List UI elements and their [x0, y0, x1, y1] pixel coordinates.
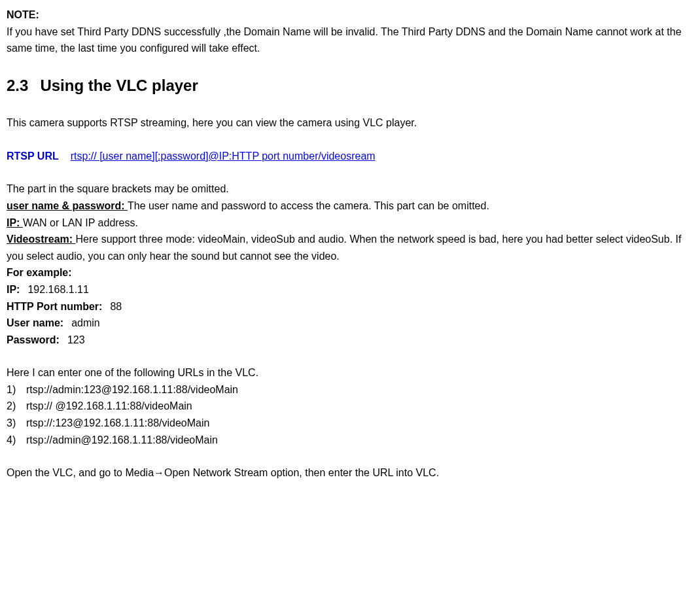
section-heading: 2.3Using the VLC player [7, 73, 693, 98]
list-num: 3) [7, 415, 26, 432]
rtsp-line: RTSP URLrtsp:// [user name][:password]@I… [7, 148, 693, 165]
example-pass-label: Password: [7, 334, 60, 345]
example-heading: For example: [7, 264, 693, 281]
list-item: 4)rtsp://admin@192.168.1.11:88/videoMain [7, 432, 693, 449]
rtsp-url-label: RTSP URL [7, 150, 59, 162]
rtsp-url-link[interactable]: rtsp:// [user name][:password]@IP:HTTP p… [71, 150, 376, 162]
example-user: User name:admin [7, 315, 693, 332]
note-text: If you have set Third Party DDNS success… [7, 24, 693, 57]
intro-text: This camera supports RTSP streaming, her… [7, 114, 693, 131]
list-num: 2) [7, 398, 26, 415]
example-port-val: 88 [110, 301, 122, 312]
def-user-text: The user name and password to access the… [128, 200, 489, 211]
note-label: NOTE: [7, 7, 693, 24]
example-port: HTTP Port number:88 [7, 298, 693, 315]
note-block: NOTE: If you have set Third Party DDNS s… [7, 7, 693, 57]
def-ip-label: IP: [7, 217, 23, 228]
def-video: Videostream: Here support three mode: vi… [7, 231, 693, 264]
list-text: rtsp:// @192.168.1.11:88/videoMain [26, 398, 192, 415]
def-video-label: Videostream: [7, 234, 76, 245]
list-num: 4) [7, 432, 26, 449]
list-text: rtsp://:123@192.168.1.11:88/videoMain [26, 415, 209, 432]
example-port-label: HTTP Port number: [7, 301, 102, 312]
def-ip-text: WAN or LAN IP address. [23, 217, 138, 228]
example-ip-label: IP: [7, 284, 20, 295]
list-item: 1)rtsp://admin:123@192.168.1.11:88/video… [7, 381, 693, 398]
example-ip-val: 192.168.1.11 [27, 284, 88, 295]
example-user-val: admin [71, 317, 100, 328]
example-pass: Password:123 [7, 332, 693, 349]
urls-intro: Here I can enter one of the following UR… [7, 364, 693, 381]
def-user-label: user name & password: [7, 200, 128, 211]
def-user: user name & password: The user name and … [7, 198, 693, 215]
list-num: 1) [7, 381, 26, 398]
list-item: 3)rtsp://:123@192.168.1.11:88/videoMain [7, 415, 693, 432]
list-item: 2)rtsp:// @192.168.1.11:88/videoMain [7, 398, 693, 415]
section-number: 2.3 [7, 77, 28, 94]
list-text: rtsp://admin:123@192.168.1.11:88/videoMa… [26, 381, 238, 398]
def-video-text: Here support three mode: videoMain, vide… [7, 234, 681, 262]
section-title: Using the VLC player [40, 77, 198, 94]
open-vlc-text: Open the VLC, and go to Media→Open Netwo… [7, 464, 693, 481]
example-pass-val: 123 [67, 334, 85, 345]
list-text: rtsp://admin@192.168.1.11:88/videoMain [26, 432, 218, 449]
brackets-note: The part in the square brackets may be o… [7, 181, 693, 198]
example-user-label: User name: [7, 317, 63, 328]
example-ip: IP:192.168.1.11 [7, 281, 693, 298]
def-ip: IP: WAN or LAN IP address. [7, 215, 693, 232]
